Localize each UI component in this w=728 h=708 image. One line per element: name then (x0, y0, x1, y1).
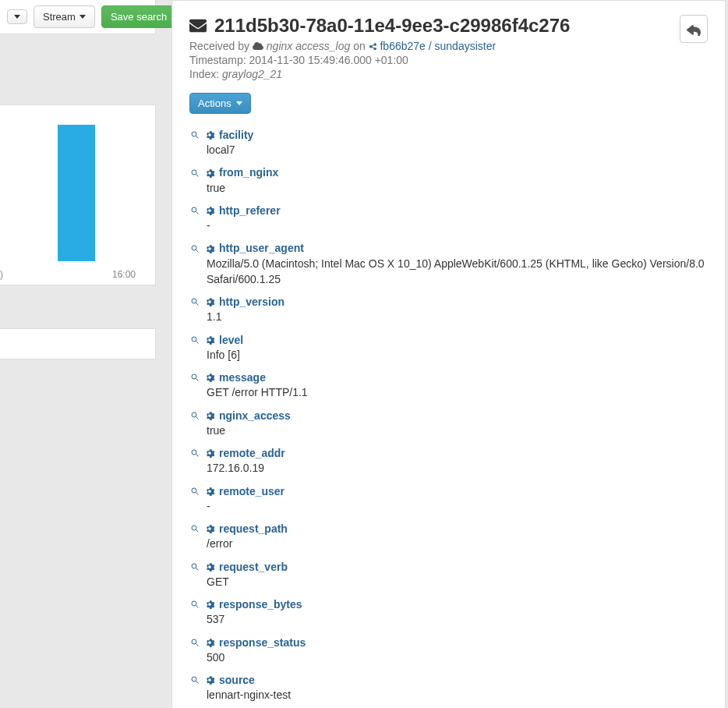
right-column: 211d5b30-78a0-11e4-9ee3-c29986f4c276 Rec… (171, 0, 726, 708)
cloud-icon (253, 41, 263, 51)
svg-line-29 (196, 681, 198, 684)
actions-dropdown-button[interactable]: Actions (189, 93, 251, 114)
svg-point-10 (192, 337, 196, 342)
gear-icon[interactable] (204, 637, 214, 647)
unnamed-dropdown-button[interactable] (7, 9, 27, 24)
field-name: level (219, 333, 243, 347)
field-value: - (207, 498, 708, 514)
svg-point-0 (192, 132, 196, 136)
gear-icon[interactable] (204, 206, 214, 216)
search-icon[interactable] (189, 448, 200, 458)
gear-icon[interactable] (204, 130, 214, 140)
field-name: remote_user (219, 484, 284, 498)
message-title: 211d5b30-78a0-11e4-9ee3-c29986f4c276 (189, 15, 670, 37)
index-line: Index: graylog2_21 (189, 68, 670, 80)
search-icon[interactable] (189, 206, 200, 216)
field-name: source (219, 673, 255, 687)
save-search-button[interactable]: Save search (101, 5, 176, 28)
index-value: graylog2_21 (222, 68, 282, 80)
gear-icon[interactable] (204, 675, 214, 685)
search-icon[interactable] (189, 335, 200, 345)
field-value: local7 (207, 142, 708, 158)
svg-line-21 (196, 530, 198, 533)
field-row: sourcelennart-nginx-test (189, 673, 708, 703)
search-icon[interactable] (189, 297, 200, 307)
search-icon[interactable] (189, 243, 200, 253)
field-name: nginx_access (219, 409, 291, 423)
search-icon[interactable] (189, 675, 200, 685)
svg-line-17 (196, 455, 198, 457)
gear-icon[interactable] (204, 168, 214, 178)
message-id: 211d5b30-78a0-11e4-9ee3-c29986f4c276 (214, 15, 570, 37)
message-detail-panel: 211d5b30-78a0-11e4-9ee3-c29986f4c276 Rec… (171, 0, 726, 708)
field-value: true (207, 180, 708, 196)
svg-line-1 (196, 136, 198, 139)
gear-icon[interactable] (204, 335, 214, 345)
svg-line-25 (196, 606, 198, 608)
back-button[interactable] (680, 15, 708, 43)
field-value: - (207, 218, 708, 233)
svg-line-15 (196, 416, 198, 419)
stream-dropdown-button[interactable]: Stream (34, 5, 95, 28)
field-value: 172.16.0.19 (207, 460, 708, 476)
search-icon[interactable] (189, 168, 200, 178)
stream-button-label: Stream (43, 11, 76, 23)
fields-list: facilitylocal7from_nginxtruehttp_referer… (189, 128, 708, 703)
search-icon[interactable] (189, 410, 200, 420)
field-row: remote_addr172.16.0.19 (189, 446, 708, 476)
secondary-panel (0, 328, 156, 359)
gear-icon[interactable] (204, 243, 214, 253)
gear-icon[interactable] (204, 486, 214, 496)
gear-icon[interactable] (204, 600, 214, 610)
gear-icon[interactable] (204, 373, 214, 383)
field-row: facilitylocal7 (189, 128, 708, 158)
field-value: 537 (207, 611, 708, 627)
svg-point-2 (192, 170, 196, 175)
field-row: response_bytes537 (189, 597, 708, 627)
gear-icon[interactable] (204, 561, 214, 572)
svg-line-13 (196, 379, 198, 381)
caret-down-icon (80, 15, 86, 19)
field-row: response_status500 (189, 635, 708, 665)
histogram-panel: ) 16:00 (0, 104, 156, 285)
svg-point-12 (192, 374, 196, 379)
search-icon[interactable] (189, 486, 200, 496)
field-name: response_bytes (219, 597, 302, 611)
field-row: http_user_agentMozilla/5.0 (Macintosh; I… (189, 241, 708, 287)
field-row: messageGET /error HTTP/1.1 (189, 370, 708, 400)
received-by-line: Received by nginx access_log on fb66b27e… (189, 40, 670, 52)
search-icon[interactable] (189, 130, 200, 140)
gear-icon[interactable] (204, 297, 214, 307)
search-icon[interactable] (189, 637, 200, 647)
search-icon[interactable] (189, 600, 200, 610)
field-name: response_status (219, 635, 306, 650)
search-icon[interactable] (189, 524, 200, 534)
gear-icon[interactable] (204, 448, 214, 458)
field-row: nginx_accesstrue (189, 409, 708, 438)
svg-line-9 (196, 303, 198, 306)
svg-point-22 (192, 564, 196, 568)
gear-icon[interactable] (204, 410, 214, 420)
field-name: facility (219, 128, 253, 142)
field-name: http_user_agent (219, 241, 304, 255)
reply-icon (687, 22, 701, 36)
gear-icon[interactable] (204, 524, 214, 534)
svg-point-4 (192, 207, 196, 212)
svg-point-26 (192, 639, 196, 644)
node-link[interactable]: fb66b27e / sundaysister (369, 40, 497, 52)
search-icon[interactable] (189, 561, 200, 572)
envelope-icon (189, 17, 207, 34)
search-toolbar: Stream Save search (0, 0, 156, 34)
field-row: levelInfo [6] (189, 333, 708, 363)
input-name: nginx access_log (267, 40, 350, 52)
axis-tick-1600: 16:00 (112, 269, 136, 280)
field-name: http_version (219, 295, 284, 309)
search-icon[interactable] (189, 373, 200, 383)
chart-bar[interactable] (58, 125, 95, 261)
svg-line-27 (196, 643, 198, 646)
field-value: /error (207, 536, 708, 551)
field-value: GET /error HTTP/1.1 (207, 384, 708, 400)
histogram-chart[interactable] (0, 105, 155, 261)
field-value: Mozilla/5.0 (Macintosh; Intel Mac OS X 1… (207, 256, 708, 288)
field-row: request_verbGET (189, 560, 708, 589)
